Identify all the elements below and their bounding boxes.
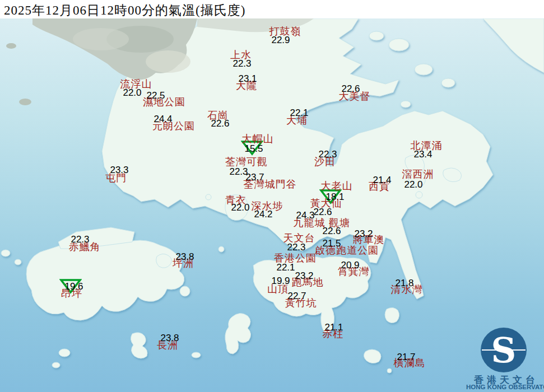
station-temp: 22.7 [287, 291, 306, 301]
station-temp: 23.1 [238, 74, 257, 83]
station-temp: 22.3 [318, 150, 337, 159]
station-temp: 22.6 [341, 84, 360, 94]
station-temp: 22.1 [276, 263, 295, 272]
station-temp: 23.8 [175, 252, 194, 262]
station-temp: 22.5 [146, 91, 165, 100]
station-temp: 19.6 [64, 282, 83, 291]
station-temp: 21.8 [395, 278, 413, 288]
station-temp: 21.7 [397, 352, 415, 362]
station-temp: 24.4 [154, 114, 172, 124]
station-temp: 21.4 [373, 175, 391, 185]
station-temp: 22.0 [404, 180, 422, 189]
station-temp: 22.6 [322, 226, 341, 236]
station-label: 大老山 [321, 181, 353, 191]
station-temp: 22.0 [231, 203, 249, 212]
logo-s-glyph: S [491, 330, 517, 371]
station-temp: 23.2 [295, 271, 313, 281]
title-bar: 2025年12月06日12時00分的氣溫(攝氏度) [0, 0, 544, 18]
hko-temperature-map-screen: 打鼓嶺22.9上水22.3大隴23.1流浮山22.0濕地公園22.5大美督22.… [0, 0, 544, 392]
station-temp: 21.5 [322, 239, 341, 248]
station-temp: 23.3 [110, 165, 128, 175]
station-temp: 19.9 [271, 276, 290, 286]
station-temp: 22.9 [271, 35, 290, 45]
station-temp: 22.0 [123, 88, 141, 97]
station-temp: 22.3 [233, 59, 251, 68]
stations-layer: 打鼓嶺22.9上水22.3大隴23.1流浮山22.0濕地公園22.5大美督22.… [0, 0, 544, 392]
station-label: 滘西洲 [402, 169, 434, 179]
station-temp: 15.5 [244, 144, 263, 153]
station-temp: 22.6 [211, 119, 229, 128]
station-temp: 23.2 [354, 229, 373, 239]
station-temp: 20.9 [341, 260, 359, 270]
station-label: 大帽山 [242, 134, 274, 144]
station-temp: 21.1 [324, 323, 343, 332]
hko-logo: S 香港天文台 HONG KONG OBSERVATORY [468, 326, 544, 392]
station-temp: 22.3 [287, 242, 305, 252]
station-temp: 22.6 [313, 207, 332, 217]
station-temp: 23.4 [413, 150, 432, 159]
station-temp: 22.3 [71, 235, 89, 244]
page-title: 2025年12月06日12時00分的氣溫(攝氏度) [4, 2, 245, 19]
station-temp: 23.7 [245, 172, 264, 182]
station-label: 荃灣可觀 [225, 157, 268, 167]
hko-logo-emblem: S [468, 326, 544, 373]
station-temp: 23.8 [160, 333, 179, 343]
station-temp: 22.1 [290, 108, 308, 118]
station-temp: 24.3 [296, 211, 314, 220]
station-temp: 24.2 [254, 209, 272, 219]
hko-logo-name-en: HONG KONG OBSERVATORY [466, 384, 544, 390]
